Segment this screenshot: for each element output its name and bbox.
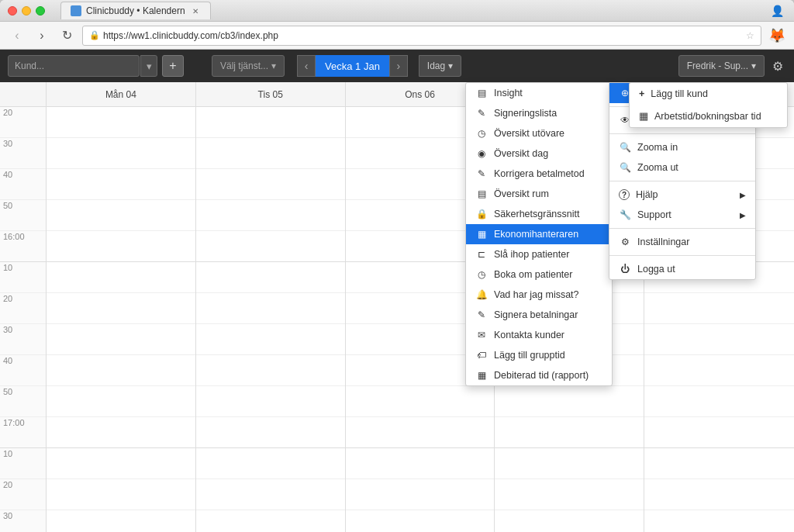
day-cell[interactable] [47, 169, 195, 200]
day-cell[interactable] [47, 200, 195, 231]
day-cell[interactable] [47, 479, 195, 510]
day-cell[interactable] [196, 231, 345, 262]
day-cell[interactable] [495, 479, 644, 510]
day-cell[interactable] [196, 200, 345, 231]
forward-button[interactable]: › [33, 26, 51, 45]
next-week-button[interactable]: › [389, 55, 408, 77]
day-cell[interactable] [644, 107, 794, 138]
day-cell[interactable] [196, 510, 345, 532]
day-cell[interactable] [495, 448, 644, 479]
day-cell[interactable] [495, 510, 644, 532]
day-cell[interactable] [495, 293, 644, 324]
day-column-thu [495, 107, 644, 532]
day-cell[interactable] [346, 262, 495, 293]
day-cell[interactable] [346, 200, 495, 231]
day-cell[interactable] [644, 417, 794, 448]
day-cell[interactable] [644, 355, 794, 386]
time-slot: 30 [0, 324, 46, 355]
tab-close-button[interactable]: ✕ [190, 5, 201, 16]
browser-tab[interactable]: Clinicbuddy • Kalendern ✕ [60, 2, 211, 19]
day-cell[interactable] [495, 200, 644, 231]
time-slot: 50 [0, 386, 46, 417]
day-cell[interactable] [644, 231, 794, 262]
today-button[interactable]: Idag ▾ [419, 55, 461, 77]
day-cell[interactable] [346, 355, 495, 386]
url-bar[interactable]: 🔒 https://ww1.clinicbuddy.com/cb3/index.… [82, 26, 761, 46]
maximize-window-button[interactable] [36, 6, 45, 16]
day-cell[interactable] [346, 231, 495, 262]
day-cell[interactable] [644, 293, 794, 324]
day-cell[interactable] [47, 262, 195, 293]
day-cell[interactable] [196, 386, 345, 417]
day-cell[interactable] [495, 231, 644, 262]
day-cell[interactable] [644, 262, 794, 293]
day-cell[interactable] [47, 231, 195, 262]
user-dropdown-icon: ▾ [751, 60, 756, 71]
day-cell[interactable] [346, 324, 495, 355]
day-cell[interactable] [346, 107, 495, 138]
day-cell[interactable] [495, 107, 644, 138]
calendar-container: 20 30 40 50 16:00 10 20 30 40 50 17:00 1… [0, 82, 794, 532]
day-header-wed: Ons 06 [346, 82, 495, 106]
add-icon: + [169, 59, 176, 73]
day-cell[interactable] [495, 138, 644, 169]
day-column-wed [346, 107, 495, 532]
day-cell[interactable] [196, 262, 345, 293]
day-cell[interactable] [346, 293, 495, 324]
day-cell[interactable] [644, 448, 794, 479]
user-label: Fredrik - Sup... [687, 60, 748, 71]
day-cell[interactable] [644, 138, 794, 169]
settings-button[interactable]: ⚙ [769, 56, 786, 77]
day-cell[interactable] [644, 169, 794, 200]
day-cell[interactable] [196, 355, 345, 386]
day-cell[interactable] [47, 138, 195, 169]
day-cell[interactable] [495, 386, 644, 417]
title-bar: Clinicbuddy • Kalendern ✕ 👤 [0, 0, 794, 22]
day-cell[interactable] [47, 386, 195, 417]
day-cell[interactable] [495, 417, 644, 448]
day-cell[interactable] [346, 417, 495, 448]
day-cell[interactable] [47, 293, 195, 324]
day-cell[interactable] [196, 293, 345, 324]
close-window-button[interactable] [8, 6, 17, 16]
user-menu-button[interactable]: Fredrik - Sup... ▾ [678, 55, 765, 77]
day-cell[interactable] [196, 107, 345, 138]
day-cell[interactable] [196, 169, 345, 200]
day-cell[interactable] [47, 324, 195, 355]
tab-favicon [71, 5, 81, 16]
service-select[interactable]: Välj tjänst... ▾ [212, 55, 285, 77]
day-cell[interactable] [346, 169, 495, 200]
day-cell[interactable] [47, 510, 195, 532]
day-cell[interactable] [47, 417, 195, 448]
prev-week-button[interactable]: ‹ [297, 55, 316, 77]
day-cell[interactable] [346, 510, 495, 532]
day-cell[interactable] [346, 138, 495, 169]
day-cell[interactable] [644, 479, 794, 510]
day-cell[interactable] [346, 479, 495, 510]
day-cell[interactable] [47, 355, 195, 386]
day-cell[interactable] [644, 510, 794, 532]
day-cell[interactable] [644, 200, 794, 231]
day-cell[interactable] [196, 138, 345, 169]
minimize-window-button[interactable] [22, 6, 31, 16]
day-cell[interactable] [47, 107, 195, 138]
day-cell[interactable] [644, 386, 794, 417]
day-cell[interactable] [47, 448, 195, 479]
day-cell[interactable] [196, 479, 345, 510]
search-box[interactable]: Kund... [8, 55, 140, 77]
day-cell[interactable] [495, 324, 644, 355]
bookmark-icon[interactable]: ☆ [746, 30, 754, 41]
day-cell[interactable] [346, 386, 495, 417]
day-cell[interactable] [346, 448, 495, 479]
back-button[interactable]: ‹ [8, 26, 26, 45]
search-dropdown-button[interactable]: ▾ [140, 55, 157, 77]
day-cell[interactable] [644, 324, 794, 355]
reload-button[interactable]: ↻ [57, 26, 76, 45]
day-cell[interactable] [196, 324, 345, 355]
day-cell[interactable] [495, 169, 644, 200]
add-button[interactable]: + [162, 55, 184, 77]
day-cell[interactable] [495, 355, 644, 386]
day-cell[interactable] [196, 448, 345, 479]
day-cell[interactable] [495, 262, 644, 293]
day-cell[interactable] [196, 417, 345, 448]
